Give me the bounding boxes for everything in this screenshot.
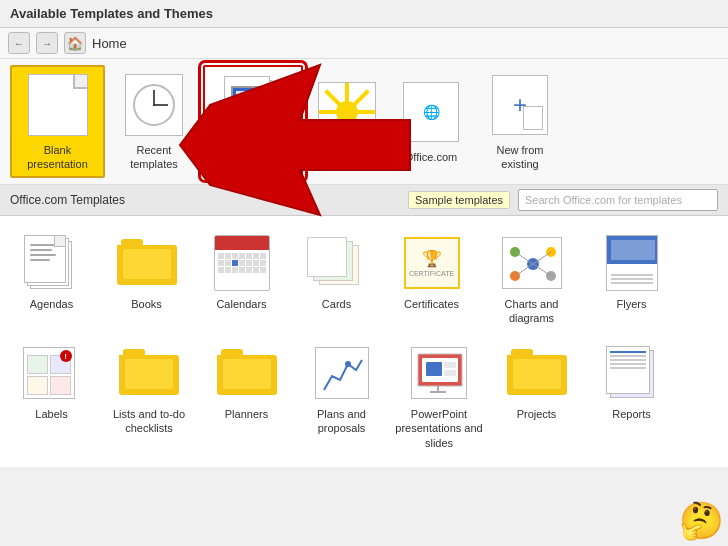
search-box[interactable]: Search Office.com for templates bbox=[518, 189, 718, 211]
nav-location-label: Home bbox=[92, 36, 127, 51]
recent-templates-icon bbox=[120, 71, 188, 139]
sample-templates-item[interactable]: Sample templates bbox=[203, 65, 303, 178]
reports-item[interactable]: Reports bbox=[584, 334, 679, 459]
calendars-label: Calendars bbox=[216, 297, 266, 311]
top-templates-bar: Blank presentation Recent templates bbox=[0, 59, 728, 185]
projects-icon bbox=[503, 343, 571, 403]
sample-templates-icon bbox=[219, 71, 287, 139]
home-icon: 🏠 bbox=[67, 36, 83, 51]
office-templates-item[interactable]: 🌐 Office.com bbox=[391, 73, 471, 169]
ppt-item[interactable]: PowerPoint presentations and slides bbox=[389, 334, 489, 459]
certificates-icon: 🏆 CERTIFICATE bbox=[398, 233, 466, 293]
projects-label: Projects bbox=[517, 407, 557, 421]
new-from-existing-label: New from existing bbox=[480, 143, 560, 172]
charts-diagrams-icon bbox=[498, 233, 566, 293]
emoji-badge: 🤔 bbox=[679, 500, 724, 542]
lists-item[interactable]: Lists and to-do checklists bbox=[99, 334, 199, 459]
nav-bar: ← → 🏠 Home bbox=[0, 28, 728, 59]
lists-icon bbox=[115, 343, 183, 403]
cards-label: Cards bbox=[322, 297, 351, 311]
cards-icon bbox=[303, 233, 371, 293]
forward-icon: → bbox=[42, 38, 52, 49]
blank-presentation-icon bbox=[24, 71, 92, 139]
plans-icon bbox=[308, 343, 376, 403]
office-templates-section-label: Office.com Templates bbox=[10, 193, 125, 207]
charts-diagrams-label: Charts and diagrams bbox=[484, 297, 579, 326]
new-from-existing-item[interactable]: + New from existing bbox=[475, 66, 565, 177]
books-item[interactable]: Books bbox=[99, 224, 194, 335]
home-button[interactable]: 🏠 bbox=[64, 32, 86, 54]
office-templates-icon: 🌐 bbox=[397, 78, 465, 146]
labels-item[interactable]: ! Labels bbox=[4, 334, 99, 459]
flyers-icon bbox=[598, 233, 666, 293]
themes-label: Themes bbox=[327, 150, 367, 164]
agendas-item[interactable]: Agendas bbox=[4, 224, 99, 335]
svg-rect-12 bbox=[426, 362, 442, 376]
labels-icon: ! bbox=[18, 343, 86, 403]
office-templates-label-top: Office.com bbox=[405, 150, 457, 164]
calendars-icon bbox=[208, 233, 276, 293]
svg-line-7 bbox=[515, 264, 533, 276]
top-templates-section: Blank presentation Recent templates bbox=[0, 59, 728, 216]
recent-templates-item[interactable]: Recent templates bbox=[109, 66, 199, 177]
svg-line-5 bbox=[515, 252, 533, 264]
recent-templates-label: Recent templates bbox=[114, 143, 194, 172]
flyers-item[interactable]: Flyers bbox=[584, 224, 679, 335]
plans-item[interactable]: Plans and proposals bbox=[294, 334, 389, 459]
planners-label: Planners bbox=[225, 407, 268, 421]
flyers-label: Flyers bbox=[617, 297, 647, 311]
books-icon bbox=[113, 233, 181, 293]
projects-item[interactable]: Projects bbox=[489, 334, 584, 459]
middle-bar: Office.com Templates Sample templates Se… bbox=[0, 185, 728, 216]
blank-presentation-item[interactable]: Blank presentation bbox=[10, 65, 105, 178]
blank-presentation-label: Blank presentation bbox=[27, 143, 88, 172]
themes-icon bbox=[313, 78, 381, 146]
cards-item[interactable]: Cards bbox=[289, 224, 384, 335]
certificates-label: Certificates bbox=[404, 297, 459, 311]
certificates-item[interactable]: 🏆 CERTIFICATE Certificates bbox=[384, 224, 479, 335]
ppt-label: PowerPoint presentations and slides bbox=[394, 407, 484, 450]
calendars-item[interactable]: Calendars bbox=[194, 224, 289, 335]
forward-button[interactable]: → bbox=[36, 32, 58, 54]
lists-label: Lists and to-do checklists bbox=[104, 407, 194, 436]
books-label: Books bbox=[131, 297, 162, 311]
svg-rect-14 bbox=[444, 370, 456, 376]
planners-icon bbox=[213, 343, 281, 403]
page-title-bar: Available Templates and Themes bbox=[0, 0, 728, 28]
sample-templates-label: Sample templates bbox=[209, 143, 297, 172]
page-title: Available Templates and Themes bbox=[10, 6, 213, 21]
svg-line-6 bbox=[533, 252, 551, 264]
planners-item[interactable]: Planners bbox=[199, 334, 294, 459]
labels-label: Labels bbox=[35, 407, 67, 421]
ppt-icon bbox=[405, 343, 473, 403]
charts-diagrams-item[interactable]: Charts and diagrams bbox=[479, 224, 584, 335]
back-button[interactable]: ← bbox=[8, 32, 30, 54]
back-icon: ← bbox=[14, 38, 24, 49]
search-placeholder: Search Office.com for templates bbox=[525, 194, 682, 206]
reports-icon bbox=[598, 343, 666, 403]
svg-rect-13 bbox=[444, 362, 456, 368]
templates-grid: Agendas Books bbox=[0, 216, 728, 467]
svg-line-8 bbox=[533, 264, 551, 276]
sample-templates-tooltip: Sample templates bbox=[408, 191, 510, 209]
agendas-label: Agendas bbox=[30, 297, 73, 311]
themes-item[interactable]: Themes bbox=[307, 73, 387, 169]
svg-point-9 bbox=[345, 361, 351, 367]
new-from-existing-icon: + bbox=[486, 71, 554, 139]
plans-label: Plans and proposals bbox=[299, 407, 384, 436]
reports-label: Reports bbox=[612, 407, 651, 421]
agendas-icon bbox=[18, 233, 86, 293]
